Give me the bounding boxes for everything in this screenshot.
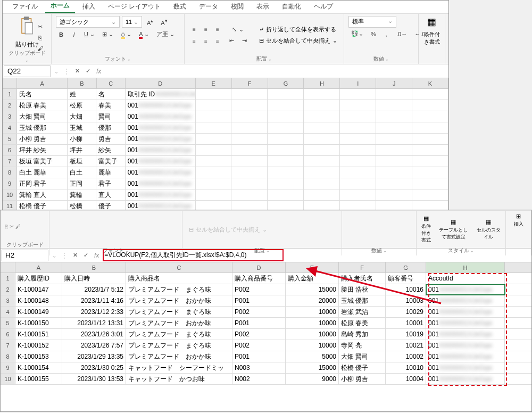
- cell[interactable]: 001X0000001XJeGqw: [126, 178, 196, 189]
- row-header[interactable]: 3: [1, 295, 15, 306]
- align-top-button[interactable]: ≡: [189, 24, 200, 35]
- cell[interactable]: 10029: [386, 307, 426, 317]
- cut-icon[interactable]: ✂: [35, 22, 46, 32]
- align-left-button[interactable]: ≡: [189, 36, 200, 46]
- cell[interactable]: AccoutId: [426, 273, 505, 284]
- cell[interactable]: [340, 156, 376, 167]
- cell[interactable]: 購入商品番号: [232, 273, 286, 284]
- cell[interactable]: 001X0000001XJeGqw: [126, 134, 196, 144]
- wrap-text-button[interactable]: ⤶ 折り返して全体を表示する: [257, 24, 339, 35]
- cell[interactable]: 001X0000001XJeGqw: [426, 295, 505, 306]
- cell[interactable]: 購入日時: [62, 273, 126, 284]
- cell[interactable]: 購入履歴ID: [15, 273, 62, 284]
- cell[interactable]: [340, 122, 376, 133]
- cell[interactable]: 001X0000001XJeGqw: [126, 100, 196, 111]
- row-header[interactable]: 8: [1, 351, 15, 362]
- col-header-g[interactable]: G: [268, 78, 304, 88]
- cell[interactable]: [196, 189, 232, 200]
- cell[interactable]: [304, 89, 340, 100]
- col-header-d[interactable]: D: [126, 78, 196, 88]
- cell[interactable]: 001X0000001XJeGqw: [126, 189, 196, 200]
- row-header[interactable]: 9: [3, 178, 17, 189]
- cell[interactable]: キャットフード かつお味: [126, 374, 232, 384]
- cell[interactable]: N003: [232, 362, 286, 373]
- cell[interactable]: [268, 111, 304, 122]
- cell[interactable]: [268, 145, 304, 155]
- cell[interactable]: [196, 89, 232, 100]
- cell[interactable]: [412, 167, 448, 178]
- cell[interactable]: [196, 100, 232, 111]
- orientation-button[interactable]: ⤡ ⌄: [226, 24, 250, 35]
- fx-icon-2[interactable]: fx: [91, 252, 102, 259]
- font-color-button[interactable]: A ⌄: [136, 29, 152, 39]
- cancel-formula-button-2[interactable]: ✕: [70, 250, 80, 260]
- cell[interactable]: 2023/1/11 4:16: [62, 295, 126, 306]
- cell[interactable]: 購入商品名: [126, 273, 232, 284]
- cell[interactable]: 001X0000001XJeGqw: [426, 340, 505, 351]
- cell[interactable]: 顧客番号: [386, 273, 426, 284]
- cell[interactable]: 賢司: [96, 111, 125, 122]
- enter-formula-button-2[interactable]: ✓: [80, 250, 91, 260]
- row-header[interactable]: 4: [3, 122, 17, 133]
- name-box[interactable]: [4, 65, 51, 77]
- percent-button[interactable]: %: [368, 29, 379, 39]
- cond-format-icon[interactable]: ▦: [427, 16, 436, 28]
- grid-body-1[interactable]: 1氏名姓名取引先 IDX0000001XJeGqw2松原 春美松原春美001X0…: [3, 89, 448, 212]
- cell[interactable]: 15000: [286, 284, 339, 295]
- select-all-corner-2[interactable]: [1, 262, 15, 272]
- align-right-button[interactable]: ≡: [212, 36, 223, 46]
- cell[interactable]: [304, 156, 340, 167]
- col-header-a[interactable]: A: [17, 78, 68, 88]
- cell[interactable]: 001X0000001XJeGqw: [126, 145, 196, 155]
- cell[interactable]: 松原: [68, 100, 96, 111]
- cell[interactable]: 玉城 優那: [17, 122, 68, 133]
- cell[interactable]: 10002: [386, 351, 426, 362]
- tab-file[interactable]: ファイル: [7, 0, 43, 13]
- row-header[interactable]: 5: [1, 318, 15, 328]
- row-header[interactable]: 10: [3, 189, 17, 200]
- tab-formula[interactable]: 数式: [168, 0, 192, 13]
- number-format-select[interactable]: 標準 ⌄: [348, 16, 396, 28]
- cell[interactable]: 箕輪 直人: [17, 189, 68, 200]
- cell[interactable]: [340, 89, 376, 100]
- cell[interactable]: [376, 100, 412, 111]
- col-header-k[interactable]: K: [412, 78, 448, 88]
- cell[interactable]: P002: [232, 307, 286, 317]
- cell[interactable]: P001: [232, 295, 286, 306]
- font-name-select[interactable]: 游ゴシック ⌄: [56, 16, 120, 28]
- row-header[interactable]: 7: [3, 156, 17, 167]
- cell[interactable]: [376, 156, 412, 167]
- cell[interactable]: 2023/1/29 13:35: [62, 351, 126, 362]
- cell[interactable]: 2023/1/12 13:31: [62, 318, 126, 328]
- cell[interactable]: プレミアムフード おかか味: [126, 295, 232, 306]
- tab-data[interactable]: データ: [194, 0, 223, 13]
- inc-decimal-button[interactable]: .0→: [394, 29, 410, 39]
- cell[interactable]: [231, 145, 268, 155]
- cell[interactable]: プレミアムフード まぐろ味: [126, 307, 232, 317]
- cell[interactable]: [412, 100, 448, 111]
- cell[interactable]: K-1000153: [15, 351, 62, 362]
- cell[interactable]: 10016: [386, 284, 426, 295]
- cell[interactable]: 君子: [96, 178, 125, 189]
- row-header[interactable]: 10: [1, 374, 15, 384]
- cell[interactable]: [340, 189, 376, 200]
- cell[interactable]: 寺岡 亮: [339, 340, 386, 351]
- cell[interactable]: [376, 178, 412, 189]
- row-header[interactable]: 8: [3, 167, 17, 178]
- cell[interactable]: [231, 189, 268, 200]
- font-size-select[interactable]: 11⌄: [122, 16, 142, 28]
- cell[interactable]: [231, 89, 268, 100]
- grow-font-button[interactable]: A▴: [144, 16, 156, 28]
- insert-cells-icon[interactable]: ⊞: [516, 213, 521, 220]
- cell[interactable]: [412, 156, 448, 167]
- row-header[interactable]: 7: [1, 340, 15, 351]
- cell[interactable]: 001X0000001XJeGqw: [426, 374, 505, 384]
- cell[interactable]: [340, 145, 376, 155]
- cell[interactable]: キャットフード シーフードミッ: [126, 362, 232, 373]
- cell[interactable]: [412, 178, 448, 189]
- col-header-h[interactable]: H: [304, 78, 340, 88]
- row-header[interactable]: 2: [1, 284, 15, 295]
- cell[interactable]: 10003: [386, 295, 426, 306]
- formula-bar[interactable]: [104, 70, 448, 72]
- cell[interactable]: 優那: [96, 122, 125, 133]
